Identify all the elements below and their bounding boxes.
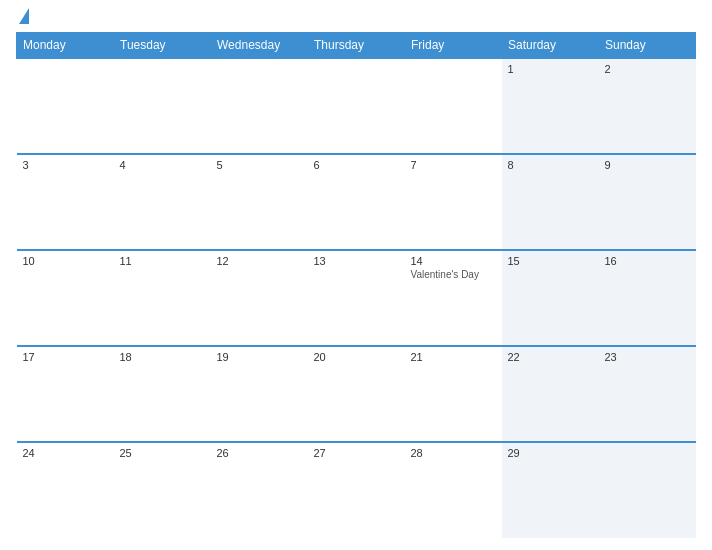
calendar-day-cell: 16: [599, 250, 696, 346]
calendar-day-cell: [599, 442, 696, 538]
day-number: 5: [217, 159, 302, 171]
calendar-day-cell: [405, 58, 502, 154]
calendar-week-row: 12: [17, 58, 696, 154]
day-number: 4: [120, 159, 205, 171]
calendar-day-cell: 27: [308, 442, 405, 538]
calendar-header: [16, 12, 696, 24]
day-number: 2: [605, 63, 690, 75]
calendar-day-cell: 8: [502, 154, 599, 250]
day-number: 10: [23, 255, 108, 267]
calendar-day-cell: 3: [17, 154, 114, 250]
day-of-week-saturday: Saturday: [502, 33, 599, 59]
day-number: 19: [217, 351, 302, 363]
calendar-week-row: 17181920212223: [17, 346, 696, 442]
day-number: 7: [411, 159, 496, 171]
calendar-day-cell: 26: [211, 442, 308, 538]
day-number: 24: [23, 447, 108, 459]
day-number: 25: [120, 447, 205, 459]
calendar-day-cell: 23: [599, 346, 696, 442]
calendar-week-row: 3456789: [17, 154, 696, 250]
day-number: 13: [314, 255, 399, 267]
calendar-week-row: 242526272829: [17, 442, 696, 538]
calendar-day-cell: 17: [17, 346, 114, 442]
day-number: 17: [23, 351, 108, 363]
calendar-day-cell: 7: [405, 154, 502, 250]
day-number: 21: [411, 351, 496, 363]
day-of-week-sunday: Sunday: [599, 33, 696, 59]
calendar-day-cell: 9: [599, 154, 696, 250]
day-number: 1: [508, 63, 593, 75]
day-number: 26: [217, 447, 302, 459]
day-number: 28: [411, 447, 496, 459]
day-number: 12: [217, 255, 302, 267]
calendar-day-cell: 24: [17, 442, 114, 538]
calendar-day-cell: 29: [502, 442, 599, 538]
calendar-day-cell: 19: [211, 346, 308, 442]
calendar-day-cell: 1: [502, 58, 599, 154]
calendar-table: MondayTuesdayWednesdayThursdayFridaySatu…: [16, 32, 696, 538]
day-header-row: MondayTuesdayWednesdayThursdayFridaySatu…: [17, 33, 696, 59]
calendar-day-cell: 15: [502, 250, 599, 346]
calendar-day-cell: 12: [211, 250, 308, 346]
calendar-day-cell: 2: [599, 58, 696, 154]
day-number: 6: [314, 159, 399, 171]
day-number: 15: [508, 255, 593, 267]
day-of-week-tuesday: Tuesday: [114, 33, 211, 59]
day-of-week-monday: Monday: [17, 33, 114, 59]
day-number: 16: [605, 255, 690, 267]
calendar-header-row: MondayTuesdayWednesdayThursdayFridaySatu…: [17, 33, 696, 59]
day-of-week-friday: Friday: [405, 33, 502, 59]
day-number: 23: [605, 351, 690, 363]
calendar-event: Valentine's Day: [411, 269, 496, 280]
calendar-day-cell: 14Valentine's Day: [405, 250, 502, 346]
calendar-day-cell: 5: [211, 154, 308, 250]
day-number: 14: [411, 255, 496, 267]
logo: [16, 12, 29, 24]
calendar-body: 1234567891011121314Valentine's Day151617…: [17, 58, 696, 538]
calendar-day-cell: [308, 58, 405, 154]
calendar-day-cell: 10: [17, 250, 114, 346]
day-number: 18: [120, 351, 205, 363]
calendar-day-cell: 28: [405, 442, 502, 538]
calendar-day-cell: 25: [114, 442, 211, 538]
calendar-day-cell: 6: [308, 154, 405, 250]
calendar-day-cell: 11: [114, 250, 211, 346]
day-number: 20: [314, 351, 399, 363]
day-number: 22: [508, 351, 593, 363]
calendar-day-cell: [114, 58, 211, 154]
day-of-week-wednesday: Wednesday: [211, 33, 308, 59]
day-number: 9: [605, 159, 690, 171]
calendar-day-cell: [211, 58, 308, 154]
day-number: 29: [508, 447, 593, 459]
day-number: 27: [314, 447, 399, 459]
calendar-day-cell: 13: [308, 250, 405, 346]
day-number: 3: [23, 159, 108, 171]
day-of-week-thursday: Thursday: [308, 33, 405, 59]
day-number: 11: [120, 255, 205, 267]
calendar-wrapper: MondayTuesdayWednesdayThursdayFridaySatu…: [0, 0, 712, 550]
calendar-day-cell: 21: [405, 346, 502, 442]
calendar-day-cell: 18: [114, 346, 211, 442]
calendar-day-cell: 4: [114, 154, 211, 250]
calendar-day-cell: 22: [502, 346, 599, 442]
calendar-day-cell: 20: [308, 346, 405, 442]
logo-triangle-icon: [19, 8, 29, 24]
day-number: 8: [508, 159, 593, 171]
calendar-day-cell: [17, 58, 114, 154]
calendar-week-row: 1011121314Valentine's Day1516: [17, 250, 696, 346]
